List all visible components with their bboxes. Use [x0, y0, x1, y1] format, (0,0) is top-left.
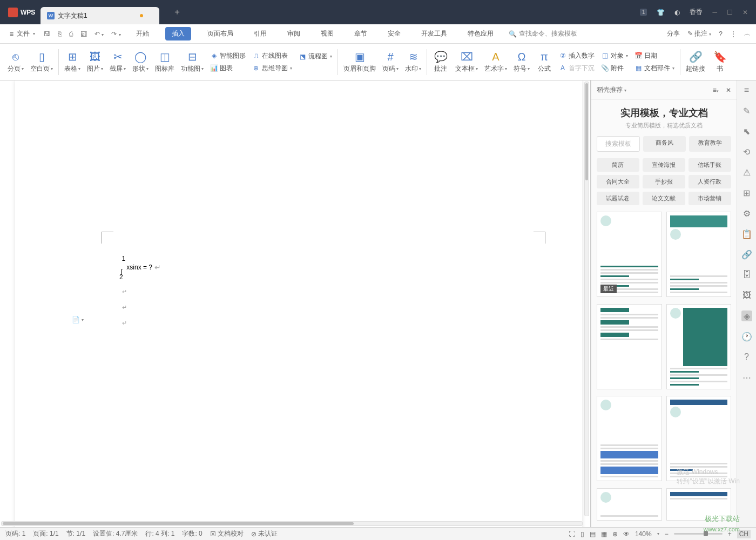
rail-history-icon[interactable]: 🕐 — [741, 331, 752, 342]
tab-start[interactable]: 开始 — [132, 27, 153, 40]
rail-settings-icon[interactable]: ⚙ — [741, 208, 752, 219]
section-break-button[interactable]: ⎋分页▾ — [4, 46, 27, 78]
rail-pen-icon[interactable]: ✎ — [741, 105, 752, 116]
chart-button[interactable]: 📊图表 — [210, 64, 246, 73]
object-button[interactable]: ◫对象▾ — [601, 51, 628, 60]
help-button[interactable]: ? — [719, 30, 723, 38]
tab-business[interactable]: 商务风 — [643, 136, 685, 152]
rail-image-icon[interactable]: 🖼 — [741, 290, 752, 301]
view-mode-1-icon[interactable]: ▯ — [580, 530, 584, 538]
new-tab-button[interactable]: ＋ — [173, 6, 181, 18]
status-proof[interactable]: ☒ 文档校对 — [210, 529, 244, 538]
cat-letter[interactable]: 信纸手账 — [688, 158, 731, 172]
vertical-scrollbar[interactable] — [584, 82, 589, 516]
panel-close-button[interactable]: ✕ — [726, 86, 731, 94]
table-button[interactable]: ⊞表格▾ — [61, 46, 84, 78]
rail-3d-icon[interactable]: ◈ — [741, 310, 752, 321]
zoom-out-button[interactable]: − — [665, 530, 669, 538]
pagenum-button[interactable]: #页码▾ — [379, 46, 402, 78]
cat-contract[interactable]: 合同大全 — [597, 175, 639, 188]
zoom-value[interactable]: 140% — [635, 530, 652, 538]
watermark-button[interactable]: ≋水印▾ — [402, 46, 424, 78]
rail-select-icon[interactable]: ⬉ — [741, 126, 752, 137]
status-cert[interactable]: ⊘ 未认证 — [251, 529, 278, 538]
textbox-button[interactable]: ⌧文本框▾ — [452, 46, 481, 78]
symbol-button[interactable]: Ω符号▾ — [510, 46, 533, 78]
screenshot-button[interactable]: ✂截屏▾ — [106, 46, 129, 78]
attach-button[interactable]: 📎附件 — [601, 64, 628, 73]
cat-hr[interactable]: 人资行政 — [688, 175, 731, 188]
tab-section[interactable]: 章节 — [350, 27, 372, 40]
notification-badge[interactable]: 1 — [640, 9, 647, 16]
status-pages[interactable]: 页面: 1/1 — [33, 529, 58, 538]
cat-resume[interactable]: 简历 — [597, 158, 639, 172]
template-card[interactable] — [666, 396, 732, 481]
zoom-in-button[interactable]: + — [728, 530, 732, 538]
wps-logo[interactable]: WPS — [0, 0, 40, 24]
rail-clipboard-icon[interactable]: 📋 — [741, 228, 752, 239]
tab-education[interactable]: 教育教学 — [689, 136, 731, 152]
status-page[interactable]: 页码: 1 — [5, 529, 25, 538]
export-icon[interactable]: ⎘ — [58, 30, 62, 38]
insert-number-button[interactable]: ②插入数字 — [559, 51, 595, 60]
blank-page-button[interactable]: ▯空白页▾ — [27, 46, 56, 78]
apparel-icon[interactable]: 👕 — [657, 9, 665, 16]
template-card[interactable]: 最近 — [597, 212, 662, 297]
onlinechart-button[interactable]: ⎍在线图表 — [252, 51, 292, 60]
fnchart-button[interactable]: ⊟功能图▾ — [178, 46, 207, 78]
date-button[interactable]: 📅日期 — [634, 51, 674, 60]
tab-insert[interactable]: 插入 — [165, 27, 191, 40]
tab-special[interactable]: 特色应用 — [463, 27, 498, 40]
status-rowcol[interactable]: 行: 4 列: 1 — [145, 529, 174, 538]
user-avatar-icon[interactable]: ◐ — [674, 9, 680, 16]
rail-more-icon[interactable]: ⋯ — [741, 372, 752, 383]
eye-icon[interactable]: 👁 — [623, 530, 630, 538]
template-card[interactable] — [666, 304, 732, 389]
globe-icon[interactable]: ⊕ — [612, 530, 618, 538]
bookmark-button[interactable]: 🔖书 — [708, 46, 731, 78]
shape-button[interactable]: ◯形状▾ — [129, 46, 152, 78]
status-setval[interactable]: 设置值: 4.7厘米 — [93, 529, 138, 538]
minimize-button[interactable]: ─ — [712, 9, 717, 16]
tab-security[interactable]: 安全 — [383, 27, 405, 40]
hyperlink-button[interactable]: 🔗超链接 — [683, 46, 708, 78]
rail-warn-icon[interactable]: ⚠ — [741, 167, 752, 178]
headerfooter-button[interactable]: ▣页眉和页脚 — [340, 46, 379, 78]
cat-marketing[interactable]: 市场营销 — [688, 192, 731, 205]
rail-help-icon[interactable]: ? — [741, 352, 752, 362]
undo-button[interactable]: ↶ ▾ — [94, 30, 104, 38]
wordart-button[interactable]: A艺术字▾ — [481, 46, 510, 78]
view-mode-3-icon[interactable]: ▦ — [601, 530, 607, 538]
maximize-button[interactable]: ☐ — [727, 9, 733, 16]
picture-button[interactable]: 🖼图片▾ — [84, 46, 106, 78]
template-card[interactable] — [597, 396, 662, 481]
paragraph-options-icon[interactable]: 📄▾ — [72, 316, 84, 323]
panel-title[interactable]: 稻壳推荐 ▾ — [597, 85, 626, 94]
file-menu[interactable]: ≡ 文件 ▾ — [5, 29, 39, 38]
cat-thesis[interactable]: 论文文献 — [643, 192, 685, 205]
rail-archive-icon[interactable]: 🗄 — [741, 269, 752, 280]
template-search-input[interactable]: 搜索模板 — [597, 136, 640, 152]
collapse-ribbon-button[interactable]: ︿ — [744, 29, 751, 38]
iconlib-button[interactable]: ◫图标库 — [152, 46, 178, 78]
comment-button[interactable]: 💬批注 — [429, 46, 452, 78]
document-tab[interactable]: W 文字文稿1 — [40, 7, 159, 24]
print-icon[interactable]: ⎙ — [69, 30, 73, 38]
view-mode-2-icon[interactable]: ▤ — [590, 530, 596, 538]
document-canvas[interactable]: ∫ 1 2 xsinx = ? ↵ ↵ ↵ ↵ 📄▾ — [0, 80, 591, 527]
rail-grid-icon[interactable]: ⊞ — [741, 187, 752, 198]
status-chars[interactable]: 字数: 0 — [182, 529, 202, 538]
cat-poster[interactable]: 宣传海报 — [643, 158, 685, 172]
smartart-button[interactable]: ◈智能图形 — [210, 51, 246, 60]
close-button[interactable]: ✕ — [742, 9, 748, 16]
panel-menu-icon[interactable]: ≡▾ — [713, 86, 719, 94]
docparts-button[interactable]: ▦文档部件▾ — [634, 64, 674, 73]
command-search[interactable]: 🔍 查找命令、搜索模板 — [509, 29, 577, 38]
rail-sync-icon[interactable]: ⟲ — [741, 146, 752, 157]
more-icon[interactable]: ⋮ — [730, 30, 737, 38]
redo-button[interactable]: ↷ ▾ — [111, 30, 120, 38]
equation[interactable]: ∫ 1 2 xsinx = ? ↵ — [120, 256, 161, 279]
share-button[interactable]: 分享 — [667, 29, 680, 38]
ime-indicator[interactable]: CH — [737, 530, 751, 538]
tab-pagelayout[interactable]: 页面布局 — [203, 27, 238, 40]
